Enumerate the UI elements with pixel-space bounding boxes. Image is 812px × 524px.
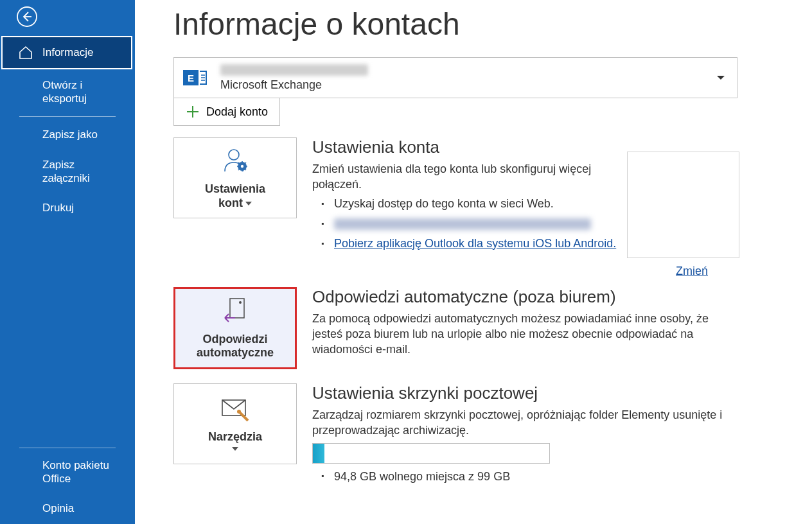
link-redacted <box>334 218 591 230</box>
sidebar-item-print[interactable]: Drukuj <box>0 193 135 223</box>
section-mailbox: Narzędzia Ustawienia skrzynki pocztowej … <box>173 383 739 484</box>
tile-label-line2: kont <box>218 197 243 209</box>
auto-reply-icon <box>222 296 248 328</box>
download-app-link[interactable]: Pobierz aplikację Outlook dla systemu iO… <box>334 237 616 250</box>
sidebar-item-label: Konto pakietu Office <box>42 459 122 486</box>
account-settings-tile[interactable]: Ustawienia kont <box>173 137 297 218</box>
divider <box>19 448 116 448</box>
sidebar-item-office-account[interactable]: Konto pakietu Office <box>0 451 135 494</box>
svg-point-7 <box>239 301 242 304</box>
svg-point-5 <box>241 165 243 168</box>
exchange-icon: E <box>181 64 209 92</box>
sidebar-item-label: Informacje <box>42 46 93 59</box>
svg-point-3 <box>229 150 239 160</box>
user-gear-icon <box>221 146 249 177</box>
page-title: Informacje o kontach <box>173 6 812 42</box>
svg-rect-6 <box>230 299 244 318</box>
tools-tile[interactable]: Narzędzia <box>173 383 297 464</box>
account-selector[interactable]: E Microsoft Exchange <box>173 57 737 98</box>
sidebar-item-label: Otwórz i eksportuj <box>42 78 122 106</box>
section-auto-replies: Odpowiedzi automatyczne Odpowiedzi autom… <box>173 287 739 369</box>
account-name-redacted <box>220 64 368 76</box>
plus-icon <box>186 105 200 119</box>
chevron-down-icon <box>245 202 252 205</box>
sidebar: Informacje Otwórz i eksportuj Zapisz jak… <box>0 0 135 524</box>
change-photo-link[interactable]: Zmień <box>676 265 708 278</box>
storage-progress-fill <box>313 444 324 463</box>
sidebar-item-open-export[interactable]: Otwórz i eksportuj <box>0 71 135 114</box>
section-desc: Za pomocą odpowiedzi automatycznych może… <box>312 311 739 358</box>
sidebar-item-label: Zapisz jako <box>42 128 98 141</box>
section-title: Ustawienia skrzynki pocztowej <box>312 383 739 403</box>
sidebar-item-label: Drukuj <box>42 201 74 214</box>
svg-point-9 <box>237 410 241 414</box>
svg-text:E: E <box>188 73 194 83</box>
tile-label: Narzędzia <box>208 430 262 444</box>
section-desc: Zarządzaj rozmiarem skrzynki pocztowej, … <box>312 407 739 439</box>
section-title: Odpowiedzi automatyczne (poza biurem) <box>312 287 739 307</box>
tile-label-line2: automatyczne <box>197 346 274 360</box>
divider <box>19 116 116 117</box>
sidebar-item-save-attachments[interactable]: Zapisz załączniki <box>0 150 135 193</box>
sidebar-item-label: Opinia <box>42 502 74 515</box>
auto-replies-tile[interactable]: Odpowiedzi automatyczne <box>173 287 297 369</box>
chevron-down-icon <box>232 447 238 451</box>
caret-down-icon <box>716 72 725 83</box>
section-account-settings: Ustawienia kont Ustawienia konta Zmień u… <box>173 137 739 252</box>
sidebar-item-feedback[interactable]: Opinia <box>0 493 135 524</box>
add-account-label: Dodaj konto <box>206 105 268 119</box>
back-button[interactable] <box>14 4 40 30</box>
sidebar-item-info[interactable]: Informacje <box>1 36 132 69</box>
add-account-button[interactable]: Dodaj konto <box>173 98 280 126</box>
section-desc: Zmień ustawienia dla tego konta lub skon… <box>312 161 614 193</box>
storage-text: 94,8 GB wolnego miejsca z 99 GB <box>312 470 739 484</box>
account-photo-placeholder <box>627 152 739 258</box>
storage-progress <box>312 443 550 464</box>
account-type: Microsoft Exchange <box>220 78 368 92</box>
sidebar-item-save-as[interactable]: Zapisz jako <box>0 119 135 150</box>
arrow-left-circle-icon <box>16 6 38 28</box>
main-content: Informacje o kontach E Microsoft Exchang… <box>135 0 812 524</box>
mailbox-tools-icon <box>220 396 251 425</box>
tile-label-line1: Ustawienia <box>205 182 265 197</box>
home-icon <box>18 45 33 60</box>
sidebar-item-label: Zapisz załączniki <box>42 158 122 186</box>
tile-label-line1: Odpowiedzi <box>202 333 267 347</box>
